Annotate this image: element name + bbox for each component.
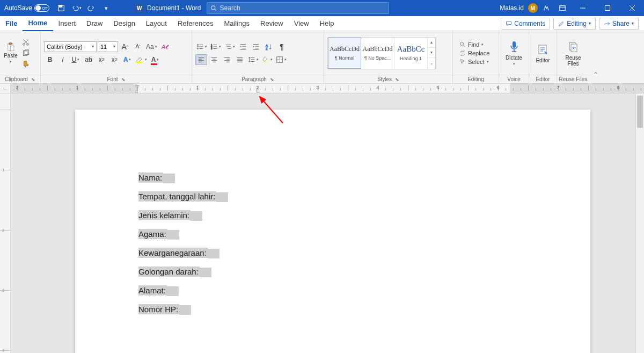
styles-launcher-icon[interactable]: ⬊ <box>393 77 399 82</box>
line-spacing-icon[interactable]: ▾ <box>247 54 260 65</box>
font-launcher-icon[interactable]: ⬊ <box>119 77 126 82</box>
vertical-ruler[interactable]: 12345 <box>0 93 11 353</box>
document-area[interactable]: Nama:Tempat, tanggal lahir:Jenis kelamin… <box>11 93 644 353</box>
save-icon[interactable] <box>54 0 69 16</box>
svg-rect-14 <box>25 66 26 67</box>
redo-icon[interactable] <box>84 0 99 16</box>
comments-button[interactable]: Comments <box>501 18 550 30</box>
doc-line[interactable]: Golongan darah: <box>138 267 590 277</box>
indent-increase-icon[interactable] <box>250 41 262 52</box>
ribbon-display-icon[interactable] <box>555 0 570 16</box>
paragraph-launcher-icon[interactable]: ⬊ <box>268 77 274 82</box>
collapse-ribbon-icon[interactable]: ˆ <box>589 31 602 83</box>
shrink-font-icon[interactable]: Aˇ <box>132 41 144 52</box>
clipboard-launcher-icon[interactable]: ⬊ <box>29 77 35 82</box>
font-color-icon[interactable]: A▾ <box>149 54 161 65</box>
indent-decrease-icon[interactable] <box>237 41 249 52</box>
replace-button[interactable]: Replace <box>458 49 491 57</box>
toggle-switch[interactable]: Off <box>34 4 49 12</box>
tab-file[interactable]: File <box>0 16 23 31</box>
borders-icon[interactable]: ▾ <box>275 54 288 65</box>
horizontal-ruler[interactable]: ▽ ⌂ ∟ 2112345678 <box>11 84 644 93</box>
tab-view[interactable]: View <box>289 16 314 31</box>
doc-line[interactable]: Kewarganegaraan: <box>138 248 590 258</box>
tab-references[interactable]: References <box>172 16 218 31</box>
strike-button[interactable]: ab <box>83 54 94 65</box>
qat-customize-icon[interactable]: ▾ <box>99 0 114 16</box>
subscript-button[interactable]: x2 <box>96 54 107 65</box>
coming-soon-icon[interactable] <box>539 0 554 16</box>
sort-icon[interactable]: AZ <box>263 41 275 52</box>
justify-icon[interactable] <box>234 54 246 65</box>
undo-icon[interactable]: ▾ <box>69 0 84 16</box>
style-heading-1[interactable]: AaBbCcHeading 1 <box>394 38 428 69</box>
cut-icon[interactable] <box>20 38 31 47</box>
shading-icon[interactable]: ▾ <box>261 54 274 65</box>
autosave-toggle[interactable]: AutoSave Off <box>0 4 54 12</box>
align-left-icon[interactable] <box>195 54 207 65</box>
italic-button[interactable]: I <box>57 54 69 65</box>
tab-home[interactable]: Home <box>23 16 53 31</box>
tab-selector-icon[interactable]: ∟ <box>0 84 11 93</box>
multilevel-icon[interactable]: ▾ <box>223 41 236 52</box>
doc-line[interactable]: Alamat: <box>138 286 590 296</box>
styles-gallery[interactable]: AaBbCcDd¶ NormalAaBbCcDd¶ No Spac...AaBb… <box>327 37 436 69</box>
horizontal-ruler-row: ∟ ▽ ⌂ ∟ 2112345678 <box>0 84 644 93</box>
close-button[interactable] <box>620 0 644 16</box>
tab-layout[interactable]: Layout <box>141 16 172 31</box>
doc-line[interactable]: Jenis kelamin: <box>138 211 590 221</box>
vertical-scrollbar[interactable]: ▴ ▾ <box>635 93 644 353</box>
format-painter-icon[interactable] <box>20 59 31 69</box>
doc-line[interactable]: Agama: <box>138 229 590 240</box>
highlight-icon[interactable]: ▾ <box>134 54 148 65</box>
align-center-icon[interactable] <box>208 54 220 65</box>
doc-line[interactable]: Nomor HP: <box>138 305 590 315</box>
reuse-files-button[interactable]: Reuse Files <box>560 38 586 69</box>
style-scroll-down-icon[interactable]: ▾ <box>428 48 435 58</box>
grow-font-icon[interactable]: A^ <box>119 41 131 52</box>
font-name-select[interactable]: Calibri (Body)▾ <box>44 41 97 52</box>
bold-button[interactable]: B <box>44 54 56 65</box>
paste-button[interactable]: Paste ▾ <box>3 42 18 64</box>
tab-help[interactable]: Help <box>314 16 340 31</box>
copy-icon[interactable] <box>20 48 31 58</box>
maximize-button[interactable] <box>596 0 619 16</box>
editor-button[interactable]: Editor <box>532 40 553 66</box>
select-button[interactable]: Select▾ <box>458 58 491 66</box>
align-right-icon[interactable] <box>221 54 233 65</box>
superscript-button[interactable]: x2 <box>108 54 120 65</box>
tab-insert[interactable]: Insert <box>53 16 82 31</box>
tab-design[interactable]: Design <box>108 16 140 31</box>
bullets-icon[interactable]: ▾ <box>195 41 208 52</box>
username-label[interactable]: Malas.id <box>500 4 524 12</box>
style---normal[interactable]: AaBbCcDd¶ Normal <box>328 38 361 69</box>
avatar[interactable]: M <box>528 3 538 13</box>
tab-review[interactable]: Review <box>255 16 289 31</box>
style-scroll-up-icon[interactable]: ▴ <box>428 38 435 48</box>
tab-mailings[interactable]: Mailings <box>218 16 255 31</box>
scroll-thumb[interactable] <box>637 96 643 128</box>
doc-line[interactable]: Tempat, tanggal lahir: <box>138 192 590 202</box>
style-expand-icon[interactable]: ⌄ <box>428 58 435 68</box>
minimize-button[interactable] <box>571 0 595 16</box>
ribbon-tabs: File HomeInsertDrawDesignLayoutReference… <box>0 16 644 31</box>
doc-line[interactable]: Nama: <box>138 173 590 183</box>
find-button[interactable]: Find▾ <box>458 41 491 48</box>
editing-mode-button[interactable]: Editing▾ <box>553 18 596 30</box>
tab-draw[interactable]: Draw <box>81 16 108 31</box>
search-input[interactable]: Search <box>207 2 389 14</box>
text-effects-icon[interactable]: A▾ <box>121 54 133 65</box>
search-icon <box>210 5 217 11</box>
dictate-button[interactable]: Dictate▾ <box>502 38 525 68</box>
clear-format-icon[interactable]: A <box>159 41 171 52</box>
show-marks-icon[interactable]: ¶ <box>276 41 288 52</box>
style---no-spac---[interactable]: AaBbCcDd¶ No Spac... <box>361 38 394 69</box>
share-button[interactable]: Share▾ <box>599 18 639 30</box>
change-case-icon[interactable]: Aa▾ <box>145 41 158 52</box>
font-size-select[interactable]: 11▾ <box>98 41 118 52</box>
numbering-icon[interactable]: 123▾ <box>209 41 222 52</box>
group-paragraph: ▾ 123▾ ▾ AZ ¶ ▾ ▾ ▾ Paragraph⬊ <box>192 31 324 83</box>
underline-button[interactable]: U▾ <box>70 54 82 65</box>
group-editor: Editor Editor <box>529 31 557 83</box>
page: Nama:Tempat, tanggal lahir:Jenis kelamin… <box>75 110 590 353</box>
